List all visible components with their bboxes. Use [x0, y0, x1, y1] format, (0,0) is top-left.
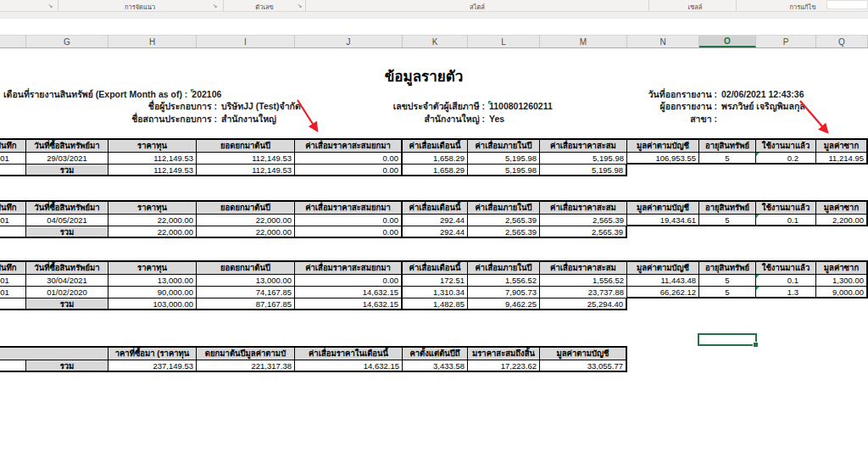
cell[interactable]: 5	[699, 215, 756, 226]
cell[interactable]: 13,000.00	[197, 275, 295, 287]
cell[interactable]: 2,565.39	[468, 215, 540, 226]
cell[interactable]: 5	[699, 287, 756, 298]
cell[interactable]: 19,434.61	[627, 215, 699, 226]
cell[interactable]: 001	[0, 275, 26, 287]
header-cell[interactable]: บันทึก	[0, 262, 26, 275]
cell[interactable]: 23,737.88	[540, 287, 627, 298]
cell[interactable]: 66,262.12	[627, 287, 699, 298]
cell[interactable]: 04/05/2021	[26, 215, 108, 226]
total-cell[interactable]: 221,317.38	[197, 360, 295, 372]
header-cell[interactable]: มูลค่าซาก	[816, 262, 868, 275]
total-cell[interactable]: 22,000.00	[108, 226, 197, 238]
header-cell[interactable]	[0, 348, 108, 360]
total-cell[interactable]: 112,149.53	[197, 165, 295, 176]
cell[interactable]: 9,000.00	[816, 287, 868, 298]
cell[interactable]: 2,565.39	[540, 215, 627, 226]
header-cell[interactable]: ค่าเสื่อมเดือนนี้	[403, 140, 468, 153]
total-cell[interactable]: 103,000.00	[108, 298, 197, 310]
total-cell[interactable]: 25,294.40	[540, 298, 627, 310]
header-cell[interactable]: วันที่ซื้อสินทรัพย์มา	[26, 202, 108, 215]
cell[interactable]: 2,200.00	[816, 215, 868, 226]
cell[interactable]: 13,000.00	[108, 275, 197, 287]
dialog-launcher-icon[interactable]: ↘	[211, 2, 219, 9]
column-header-N[interactable]: N	[627, 36, 699, 47]
total-label-cell[interactable]: รวม	[26, 360, 108, 372]
header-cell[interactable]: ราคาทุน	[108, 202, 197, 215]
info-value-report-by[interactable]: พรภวิษย์ เจริญพิมลกุล	[721, 100, 805, 112]
header-cell[interactable]: ค่าเสื่อมภายในปี	[468, 202, 540, 215]
header-cell[interactable]: บันทึก	[0, 140, 26, 153]
header-cell[interactable]: ค่าเสื่อมเดือนนี้	[403, 202, 468, 215]
total-cell[interactable]: 3,433.58	[403, 360, 468, 372]
cell[interactable]: 90,000.00	[108, 287, 197, 298]
total-cell[interactable]: 1,658.29	[403, 165, 468, 176]
header-cell[interactable]: อายุสินทรัพย์	[699, 140, 756, 153]
column-header-P[interactable]: P	[756, 36, 816, 47]
cell[interactable]: 0.00	[295, 215, 403, 226]
header-cell[interactable]: ค่าเสื่อมราคาสะสมยกมา	[295, 262, 403, 275]
header-cell[interactable]: มูลค่าซาก	[816, 202, 868, 215]
header-cell[interactable]: มราคาสะสมถึงสิ้น	[468, 348, 540, 360]
total-cell[interactable]: 5,195.98	[468, 165, 540, 176]
header-cell[interactable]: ค่าเสื่อมภายในปี	[468, 140, 540, 153]
total-cell[interactable]: 0.00	[295, 165, 403, 176]
header-cell[interactable]: บันทึก	[0, 202, 26, 215]
cell[interactable]: 0.00	[295, 153, 403, 165]
total-cell[interactable]: 5,195.98	[540, 165, 627, 176]
header-cell[interactable]: ยอดยกมาต้นปี	[197, 262, 295, 275]
total-row-spacer-cell[interactable]	[0, 298, 26, 310]
column-header-J[interactable]: J	[295, 36, 403, 47]
cell[interactable]: 30/04/2021	[26, 275, 108, 287]
header-cell[interactable]: ราคาทุน	[108, 140, 197, 153]
cell[interactable]: 1,658.29	[403, 153, 468, 165]
header-cell[interactable]: ค่าเสื่อมราคาในเดือนนี้	[295, 348, 403, 360]
total-cell[interactable]: 292.44	[403, 226, 468, 238]
header-cell[interactable]: มูลค่าซาก	[816, 140, 868, 153]
cell[interactable]: 01/02/2020	[26, 287, 108, 298]
total-cell[interactable]: 33,055.77	[540, 360, 627, 372]
column-header-K[interactable]: K	[403, 36, 468, 47]
column-header-G[interactable]: G	[26, 36, 108, 47]
total-cell[interactable]: 112,149.53	[108, 165, 197, 176]
dialog-launcher-icon[interactable]: ↘	[47, 2, 54, 9]
cell[interactable]: 1,310.34	[403, 287, 468, 298]
header-cell[interactable]: ค่าเสื่อมราคาสะสม	[540, 140, 627, 153]
header-cell[interactable]: ค่าเสื่อมราคาสะสมยกมา	[295, 202, 403, 215]
info-value-report-date[interactable]: 02/06/2021 12:43:36	[721, 88, 804, 100]
header-cell[interactable]: ค่าเสื่อมราคาสะสม	[540, 202, 627, 215]
cell[interactable]: 7,905.73	[468, 287, 540, 298]
cell[interactable]: 5	[699, 153, 756, 165]
cell[interactable]: 11,443.48	[627, 275, 699, 287]
total-row-spacer-cell[interactable]	[0, 360, 26, 372]
header-cell[interactable]: ราคาทุน	[108, 262, 197, 275]
total-cell[interactable]: 87,167.85	[197, 298, 295, 310]
column-header-H[interactable]: H	[108, 36, 197, 47]
cell[interactable]: 5	[699, 275, 756, 287]
cell[interactable]: 001	[0, 153, 26, 165]
cell[interactable]: 11,214.95	[816, 153, 868, 165]
info-value-head-office[interactable]: Yes	[489, 113, 504, 125]
total-label-cell[interactable]: รวม	[26, 165, 108, 176]
cell[interactable]: 5,195.98	[540, 153, 627, 165]
dialog-launcher-icon[interactable]: ↘	[296, 2, 303, 9]
total-cell[interactable]: 14,632.15	[295, 298, 403, 310]
cell[interactable]: 0.1	[756, 275, 816, 287]
total-cell[interactable]: 0.00	[295, 226, 403, 238]
cell[interactable]: 74,167.85	[197, 287, 295, 298]
cell[interactable]: 001	[0, 287, 26, 298]
header-cell[interactable]: วันที่ซื้อสินทรัพย์มา	[26, 140, 108, 153]
total-cell[interactable]: 2,565.39	[540, 226, 627, 238]
header-cell[interactable]: มูลค่าตามบัญชี	[627, 202, 699, 215]
cell[interactable]: 14,632.15	[295, 287, 403, 298]
cell[interactable]: 292.44	[403, 215, 468, 226]
cell[interactable]: 1,556.52	[468, 275, 540, 287]
header-cell[interactable]: ใช้งานมาแล้ว	[756, 262, 816, 275]
header-cell[interactable]: อายุสินทรัพย์	[699, 262, 756, 275]
header-cell[interactable]: ยอดยกมาต้นปี	[197, 140, 295, 153]
cell[interactable]: 001	[0, 215, 26, 226]
total-cell[interactable]: 237,149.53	[108, 360, 197, 372]
total-label-cell[interactable]: รวม	[26, 298, 108, 310]
total-cell[interactable]: 2,565.39	[468, 226, 540, 238]
cell[interactable]: 1,300.00	[816, 275, 868, 287]
total-label-cell[interactable]: รวม	[26, 226, 108, 238]
